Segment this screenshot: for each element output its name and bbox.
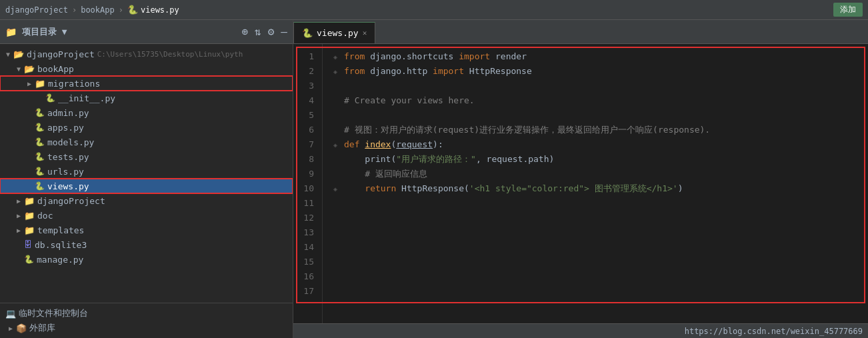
sidebar-external-lib[interactable]: ▶ 📦 外部库 bbox=[0, 321, 293, 335]
py-file-icon: 🐍 bbox=[35, 181, 45, 191]
py-file-icon: 🐍 bbox=[45, 93, 55, 103]
breadcrumb-item-file[interactable]: views.py bbox=[141, 5, 179, 15]
tree-item-init[interactable]: 🐍 __init__.py bbox=[0, 91, 293, 105]
tree-item-db[interactable]: 🗄 db.sqlite3 bbox=[0, 237, 293, 252]
tree-item-label: bookApp bbox=[37, 64, 74, 74]
tree-item-views[interactable]: 🐍 views.py bbox=[0, 179, 293, 193]
status-url: https://blog.csdn.net/weixin_45777669 bbox=[685, 327, 863, 336]
code-line-7: ◈ def index(request): bbox=[333, 137, 857, 152]
sidebar-temp-console[interactable]: 💻 临时文件和控制台 bbox=[0, 306, 293, 321]
main-area: 📁 项目目录 ▼ ⊕ ⇅ ⚙ — ▼ 📂 djangoProject C:\Us… bbox=[0, 20, 868, 338]
settings-icon[interactable]: ⚙ bbox=[268, 27, 275, 37]
folder-icon: 📁 bbox=[24, 211, 35, 221]
breadcrumb-item-app[interactable]: bookApp bbox=[81, 5, 115, 15]
code-line-15 bbox=[333, 255, 857, 269]
py-file-icon: 🐍 bbox=[24, 255, 34, 264]
tree-item-djangoprojectsub[interactable]: ▶ 📁 djangoProject bbox=[0, 193, 293, 208]
add-button[interactable]: 添加 bbox=[833, 3, 863, 17]
tab-label: views.py bbox=[317, 28, 359, 38]
code-line-17 bbox=[333, 284, 857, 299]
project-path: C:\Users\15735\Desktop\Linux\pyth bbox=[97, 50, 243, 59]
tree-item-apps[interactable]: 🐍 apps.py bbox=[0, 120, 293, 135]
tree-item-tests[interactable]: 🐍 tests.py bbox=[0, 149, 293, 164]
tree-item-templates[interactable]: ▶ 📁 templates bbox=[0, 223, 293, 237]
tree-item-manage[interactable]: 🐍 manage.py bbox=[0, 252, 293, 267]
title-bar-actions: 添加 bbox=[833, 3, 863, 17]
py-file-icon: 🐍 bbox=[35, 152, 45, 161]
tree-item-label: doc bbox=[37, 211, 53, 221]
folder-icon: 📂 bbox=[24, 64, 35, 74]
editor-tabs: 🐍 views.py ✕ bbox=[293, 20, 868, 44]
tab-close-btn[interactable]: ✕ bbox=[363, 29, 367, 37]
sidebar-header-icons: ⊕ ⇅ ⚙ — bbox=[241, 27, 287, 37]
folder-icon: 📁 bbox=[35, 79, 45, 89]
tree-item-label: db.sqlite3 bbox=[35, 240, 87, 250]
console-icon: 💻 bbox=[5, 309, 16, 319]
title-bar: djangoProject › bookApp › 🐍 views.py 添加 bbox=[0, 0, 868, 20]
code-line-13 bbox=[333, 225, 857, 240]
breadcrumb-py-icon: 🐍 bbox=[127, 5, 138, 15]
gutter-2: ◈ bbox=[333, 65, 344, 79]
expand-arrow: ▶ bbox=[24, 80, 35, 87]
tree-item-migrations[interactable]: ▶ 📁 migrations bbox=[0, 76, 293, 91]
tree-item-djangoproject[interactable]: ▼ 📂 djangoProject C:\Users\15735\Desktop… bbox=[0, 47, 293, 61]
sidebar-header: 📁 项目目录 ▼ ⊕ ⇅ ⚙ — bbox=[0, 20, 293, 44]
expand-arrow: ▶ bbox=[5, 325, 16, 332]
tree-item-bookapp[interactable]: ▼ 📂 bookApp bbox=[0, 61, 293, 76]
status-bar: https://blog.csdn.net/weixin_45777669 bbox=[293, 323, 868, 338]
tree-item-label: manage.py bbox=[37, 255, 83, 265]
code-editor[interactable]: ◈ from django.shortcuts import render ◈ … bbox=[323, 44, 868, 323]
folder-icon: 📁 bbox=[24, 225, 35, 235]
tree-item-label: templates bbox=[37, 225, 84, 235]
code-line-6: # 视图：对用户的请求(request)进行业务逻辑操作，最终返回给用户一个响应… bbox=[333, 123, 857, 137]
breadcrumb-item-project[interactable]: djangoProject bbox=[5, 5, 68, 15]
tree-item-models[interactable]: 🐍 models.py bbox=[0, 135, 293, 149]
editor-area: 🐍 views.py ✕ 1 2 3 4 5 6 7 8 9 10 11 12 … bbox=[293, 20, 868, 338]
tree-item-doc[interactable]: ▶ 📁 doc bbox=[0, 208, 293, 223]
library-icon: 📦 bbox=[16, 323, 27, 333]
code-line-3 bbox=[333, 79, 857, 93]
breadcrumb: djangoProject › bookApp › 🐍 views.py bbox=[5, 5, 179, 15]
sidebar-bottom: 💻 临时文件和控制台 ▶ 📦 外部库 bbox=[0, 303, 293, 338]
expand-arrow: ▶ bbox=[13, 197, 24, 205]
project-icon: 📂 bbox=[13, 49, 24, 59]
editor-content: 1 2 3 4 5 6 7 8 9 10 11 12 13 14 15 16 1… bbox=[293, 44, 868, 323]
tree-item-urls[interactable]: 🐍 urls.py bbox=[0, 164, 293, 179]
collapse-icon[interactable]: ⇅ bbox=[255, 27, 261, 37]
expand-arrow: ▼ bbox=[13, 65, 24, 73]
tree-item-label: tests.py bbox=[47, 152, 89, 162]
tree-item-admin[interactable]: 🐍 admin.py bbox=[0, 105, 293, 120]
tree-item-label: __init__.py bbox=[58, 93, 115, 103]
code-line-4: # Create your views here. bbox=[333, 93, 857, 108]
tree-item-label: migrations bbox=[48, 79, 100, 89]
expand-arrow: ▶ bbox=[13, 212, 24, 219]
sidebar: 📁 项目目录 ▼ ⊕ ⇅ ⚙ — ▼ 📂 djangoProject C:\Us… bbox=[0, 20, 293, 338]
code-line-12 bbox=[333, 211, 857, 225]
tree-item-label: apps.py bbox=[47, 123, 84, 133]
sidebar-bottom-label: 外部库 bbox=[29, 322, 55, 334]
gutter-1: ◈ bbox=[333, 50, 344, 65]
expand-arrow: ▶ bbox=[13, 227, 24, 234]
code-line-9: # 返回响应信息 bbox=[333, 167, 857, 181]
tree-item-label: djangoProject bbox=[27, 49, 95, 59]
gutter-10: ◈ bbox=[333, 182, 344, 197]
db-file-icon: 🗄 bbox=[24, 240, 32, 249]
py-file-icon: 🐍 bbox=[35, 167, 45, 176]
py-file-icon: 🐍 bbox=[35, 108, 45, 117]
sidebar-tree: ▼ 📂 djangoProject C:\Users\15735\Desktop… bbox=[0, 44, 293, 303]
code-line-5 bbox=[333, 108, 857, 123]
folder-icon: 📁 bbox=[24, 196, 35, 206]
sidebar-folder-icon: 📁 bbox=[5, 27, 17, 37]
sidebar-title: 项目目录 ▼ bbox=[22, 26, 67, 38]
code-line-8: print("用户请求的路径：", request.path) bbox=[333, 152, 857, 167]
code-line-1: ◈ from django.shortcuts import render bbox=[333, 49, 857, 64]
add-icon[interactable]: ⊕ bbox=[241, 27, 248, 37]
tab-views-py[interactable]: 🐍 views.py ✕ bbox=[293, 22, 375, 43]
minimize-icon[interactable]: — bbox=[281, 27, 287, 37]
code-line-10: ◈ return HttpResponse('<h1 style="color:… bbox=[333, 181, 857, 196]
sidebar-title-text[interactable]: 项目目录 ▼ bbox=[22, 26, 67, 38]
tab-py-icon: 🐍 bbox=[302, 28, 313, 38]
code-line-16 bbox=[333, 269, 857, 284]
sidebar-bottom-label: 临时文件和控制台 bbox=[19, 307, 88, 319]
py-file-icon: 🐍 bbox=[35, 123, 45, 132]
